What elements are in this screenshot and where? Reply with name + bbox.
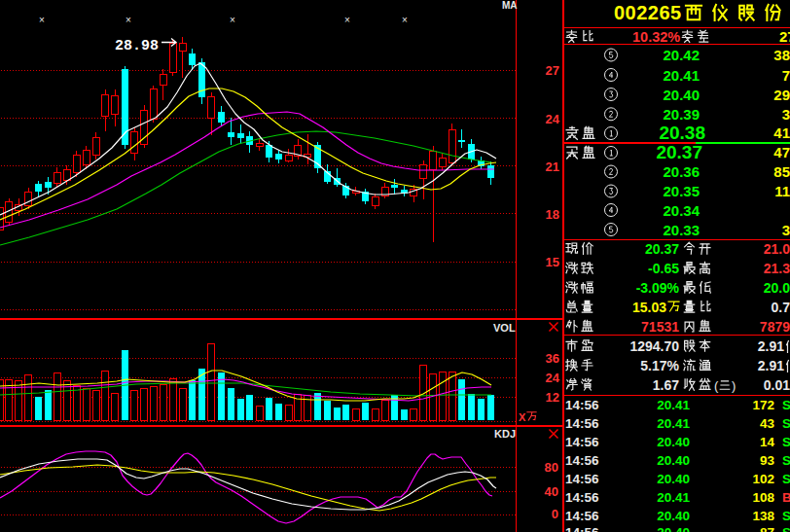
svg-text:15.03: 15.03	[632, 300, 666, 315]
svg-text:B: B	[782, 490, 790, 505]
svg-text:0.01: 0.01	[764, 377, 790, 393]
svg-text:20.41: 20.41	[663, 67, 700, 84]
svg-text:14:56: 14:56	[565, 472, 599, 486]
svg-text:14: 14	[760, 435, 775, 449]
svg-text:41: 41	[773, 124, 790, 141]
svg-text:X: X	[519, 411, 526, 423]
svg-text:5.17%: 5.17%	[640, 358, 679, 373]
svg-text:S: S	[782, 472, 790, 486]
svg-text:24: 24	[546, 112, 560, 126]
svg-text:14:56: 14:56	[565, 416, 599, 431]
svg-text:MA: MA	[502, 0, 518, 11]
svg-text:×: ×	[402, 15, 408, 25]
svg-text:27: 27	[779, 28, 790, 45]
svg-text:38: 38	[773, 47, 790, 63]
svg-text:): )	[732, 378, 736, 393]
svg-text:20.37: 20.37	[645, 241, 679, 257]
svg-text:20.40: 20.40	[657, 453, 690, 468]
svg-text:11: 11	[774, 183, 790, 199]
svg-text:21: 21	[546, 160, 559, 174]
svg-text:20.39: 20.39	[663, 106, 700, 123]
svg-text:43: 43	[760, 416, 775, 431]
svg-text:-0.65: -0.65	[648, 261, 679, 276]
svg-text:87: 87	[760, 525, 774, 532]
svg-text:21.3: 21.3	[764, 261, 790, 276]
svg-text:20.40: 20.40	[663, 87, 700, 103]
svg-text:14:56: 14:56	[565, 453, 599, 468]
svg-text:14:56: 14:56	[565, 435, 599, 449]
svg-text:20.40: 20.40	[657, 472, 690, 486]
svg-text:20.41: 20.41	[657, 416, 690, 431]
svg-text:172: 172	[752, 398, 774, 412]
svg-text:1.67: 1.67	[653, 377, 679, 393]
svg-text:S: S	[782, 509, 790, 523]
svg-text:20.41: 20.41	[657, 490, 690, 505]
svg-text:20.40: 20.40	[657, 525, 690, 532]
svg-text:VOL: VOL	[493, 322, 516, 334]
svg-text:21.0: 21.0	[764, 241, 790, 257]
svg-text:47: 47	[773, 144, 790, 160]
svg-text:18: 18	[546, 207, 559, 222]
svg-text:14:56: 14:56	[565, 398, 599, 412]
svg-text:24: 24	[546, 371, 560, 385]
svg-text:KDJ: KDJ	[494, 428, 516, 440]
svg-text:S: S	[782, 435, 790, 449]
svg-text:×: ×	[39, 15, 45, 25]
svg-text:0: 0	[552, 507, 558, 521]
svg-text:002265: 002265	[614, 2, 682, 23]
svg-text:×: ×	[344, 15, 350, 25]
svg-text:20.0: 20.0	[764, 280, 790, 296]
svg-text:-3.09%: -3.09%	[636, 280, 680, 296]
svg-text:S: S	[782, 453, 790, 468]
svg-text:2.91: 2.91	[758, 358, 784, 373]
svg-text:20.35: 20.35	[663, 183, 700, 199]
svg-text:20.37: 20.37	[656, 142, 702, 162]
svg-text:14:56: 14:56	[565, 490, 599, 505]
svg-text:85: 85	[773, 163, 790, 180]
svg-text:40: 40	[545, 484, 558, 499]
svg-text:20.40: 20.40	[657, 509, 690, 523]
svg-text:3: 3	[782, 106, 790, 123]
svg-text:7879: 7879	[760, 319, 790, 335]
svg-text:20.33: 20.33	[663, 222, 700, 238]
svg-text:(: (	[714, 378, 719, 393]
svg-text:102: 102	[752, 472, 774, 486]
svg-text:14:56: 14:56	[565, 509, 599, 523]
svg-text:138: 138	[752, 509, 774, 523]
svg-text:20.40: 20.40	[657, 435, 690, 449]
svg-text:10.32%: 10.32%	[632, 29, 680, 45]
svg-text:S: S	[782, 398, 790, 412]
svg-text:80: 80	[545, 460, 558, 475]
svg-text:20.34: 20.34	[663, 202, 700, 219]
svg-text:×: ×	[230, 15, 235, 25]
svg-text:108: 108	[752, 490, 774, 505]
svg-text:S: S	[782, 525, 790, 532]
svg-text:28.98: 28.98	[115, 38, 159, 54]
svg-text:20.38: 20.38	[659, 123, 705, 143]
svg-text:15: 15	[546, 255, 559, 269]
svg-text:93: 93	[760, 453, 775, 468]
svg-text:×: ×	[126, 15, 131, 25]
svg-text:12: 12	[546, 390, 559, 405]
svg-text:20.42: 20.42	[663, 47, 700, 63]
svg-text:2.91: 2.91	[758, 338, 784, 354]
svg-text:0.7: 0.7	[772, 300, 790, 315]
svg-text:27: 27	[546, 63, 559, 78]
svg-text:7: 7	[782, 67, 790, 84]
svg-text:1294.70: 1294.70	[629, 338, 679, 354]
svg-text:14:56: 14:56	[565, 525, 599, 532]
svg-text:29: 29	[773, 87, 790, 103]
svg-text:71531: 71531	[641, 319, 679, 335]
svg-text:3: 3	[782, 222, 790, 238]
svg-text:36: 36	[546, 351, 559, 366]
svg-text:20.36: 20.36	[663, 163, 700, 180]
svg-text:20.41: 20.41	[657, 398, 690, 412]
svg-text:S: S	[782, 416, 790, 431]
